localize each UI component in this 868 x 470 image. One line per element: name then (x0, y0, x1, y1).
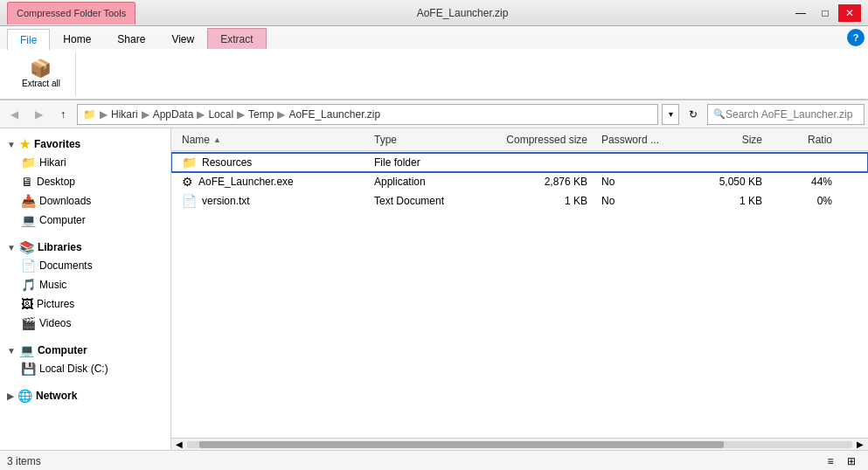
resources-type-cell: File folder (367, 156, 490, 169)
compressed-folder-tools-tab[interactable]: Compressed Folder Tools (7, 2, 135, 24)
libraries-expand-icon: ▼ (7, 243, 16, 252)
computer-expand-icon: ▼ (7, 346, 16, 356)
network-label: Network (36, 390, 77, 402)
address-path[interactable]: 📁 ▶ Hikari ▶ AppData ▶ Local ▶ Temp ▶ Ao… (77, 104, 658, 125)
column-headers: Name ▲ Type Compressed size Password ...… (171, 128, 868, 151)
col-header-name[interactable]: Name ▲ (175, 134, 367, 146)
sidebar-item-music[interactable]: 🎵 Music (0, 275, 170, 294)
tab-file[interactable]: File (7, 29, 50, 50)
col-name-label: Name (182, 134, 210, 146)
address-bar: ◀ ▶ ↑ 📁 ▶ Hikari ▶ AppData ▶ Local ▶ Tem… (0, 100, 868, 128)
back-button[interactable]: ◀ (3, 104, 24, 125)
search-input[interactable] (726, 108, 858, 121)
computer-fav-icon: 💻 (21, 213, 36, 227)
tab-home[interactable]: Home (50, 28, 104, 49)
col-header-compressed[interactable]: Compressed size (490, 134, 594, 146)
aofe-password-cell: No (594, 176, 691, 188)
file-row-version[interactable]: 📄 version.txt Text Document 1 KB No 1 KB… (171, 191, 868, 211)
address-dropdown[interactable]: ▾ (662, 104, 679, 125)
sidebar: ▼ ★ Favorites 📁 Hikari 🖥 Desktop 📥 Downl… (0, 128, 171, 450)
path-temp[interactable]: Temp (248, 108, 274, 121)
status-bar: 3 items ≡ ⊞ (0, 450, 868, 470)
sidebar-item-localdisk[interactable]: 💾 Local Disk (C:) (0, 359, 170, 378)
path-local[interactable]: Local (208, 108, 233, 121)
close-button[interactable]: ✕ (838, 4, 861, 22)
version-type-cell: Text Document (367, 195, 490, 207)
search-box[interactable]: 🔍 (707, 104, 865, 125)
scroll-left-button[interactable]: ◀ (173, 439, 185, 450)
version-txt-icon: 📄 (182, 194, 197, 208)
network-expand-icon: ▶ (7, 391, 14, 401)
title-controls: — □ ✕ (789, 4, 861, 22)
view-details-button[interactable]: ≡ (821, 453, 840, 470)
computer-section-label: Computer (38, 344, 87, 356)
view-large-icon: ⊞ (847, 455, 856, 467)
col-header-ratio[interactable]: Ratio (769, 134, 839, 146)
sort-name-icon: ▲ (213, 135, 221, 144)
horizontal-scrollbar[interactable]: ◀ ▶ (171, 438, 868, 450)
version-size-cell: 1 KB (691, 195, 769, 207)
sidebar-section-computer[interactable]: ▼ 💻 Computer (0, 338, 170, 359)
scroll-right-button[interactable]: ▶ (854, 439, 866, 450)
pictures-icon: 🖼 (21, 297, 33, 311)
scroll-thumb[interactable] (199, 441, 724, 448)
sidebar-item-videos[interactable]: 🎬 Videos (0, 314, 170, 333)
sidebar-item-downloads[interactable]: 📥 Downloads (0, 191, 170, 211)
aofe-size-cell: 5,050 KB (691, 176, 769, 188)
file-list: 📁 Resources File folder ⚙ AoFE_Launcher.… (171, 151, 868, 438)
resources-folder-icon: 📁 (182, 156, 197, 169)
up-button[interactable]: ↑ (52, 104, 73, 125)
file-row-aofe[interactable]: ⚙ AoFE_Launcher.exe Application 2,876 KB… (171, 172, 868, 191)
aofe-type-cell: Application (367, 176, 490, 188)
ribbon-tabs-row: File Home Share View Extract ? (0, 26, 868, 49)
view-large-icons-button[interactable]: ⊞ (842, 453, 861, 470)
up-icon: ↑ (60, 108, 66, 121)
aofe-name-cell: ⚙ AoFE_Launcher.exe (175, 175, 367, 189)
col-compressed-label: Compressed size (506, 134, 587, 146)
ribbon-tabs: File Home Share View Extract (0, 26, 277, 49)
sidebar-item-computer[interactable]: 💻 Computer (0, 211, 170, 230)
videos-icon: 🎬 (21, 316, 36, 330)
scroll-track[interactable] (187, 441, 852, 448)
favorites-expand-icon: ▼ (7, 140, 16, 149)
sidebar-section-libraries[interactable]: ▼ 📚 Libraries (0, 235, 170, 256)
refresh-button[interactable]: ↻ (683, 104, 704, 125)
sidebar-item-desktop[interactable]: 🖥 Desktop (0, 172, 170, 191)
path-hikari[interactable]: Hikari (111, 108, 138, 121)
col-header-size[interactable]: Size (691, 134, 769, 146)
sidebar-item-documents[interactable]: 📄 Documents (0, 256, 170, 275)
localdisk-icon: 💾 (21, 362, 36, 376)
title-bar-left: Compressed Folder Tools (7, 2, 135, 24)
videos-label: Videos (39, 317, 71, 329)
sidebar-item-hikari[interactable]: 📁 Hikari (0, 153, 170, 172)
downloads-icon: 📥 (21, 194, 36, 208)
computer-fav-label: Computer (39, 214, 86, 226)
network-icon: 🌐 (17, 389, 32, 403)
maximize-button[interactable]: □ (814, 4, 837, 22)
extract-all-icon: 📦 (30, 59, 52, 77)
view-details-icon: ≡ (827, 455, 833, 467)
help-button[interactable]: ? (847, 29, 865, 46)
sidebar-section-favorites[interactable]: ▼ ★ Favorites (0, 132, 170, 153)
forward-button[interactable]: ▶ (28, 104, 49, 125)
tab-extract[interactable]: Extract (207, 28, 266, 49)
col-size-label: Size (742, 134, 762, 146)
col-header-password[interactable]: Password ... (594, 134, 691, 146)
search-icon: 🔍 (713, 108, 726, 120)
file-row-resources[interactable]: 📁 Resources File folder (171, 153, 868, 172)
sidebar-section-network[interactable]: ▶ 🌐 Network (0, 384, 170, 404)
extract-all-button[interactable]: 📦 Extract all (14, 55, 68, 93)
extract-group: 📦 Extract all (7, 52, 76, 96)
status-item-count: 3 items (7, 455, 41, 467)
ribbon-help-area: ? (847, 29, 868, 46)
aofe-name: AoFE_Launcher.exe (198, 176, 294, 188)
col-header-type[interactable]: Type (367, 134, 490, 146)
tab-view[interactable]: View (158, 28, 207, 49)
minimize-button[interactable]: — (789, 4, 812, 22)
path-appdata[interactable]: AppData (153, 108, 194, 121)
aofe-ratio-cell: 44% (769, 176, 839, 188)
libraries-label: Libraries (38, 241, 82, 253)
tab-share[interactable]: Share (104, 28, 158, 49)
back-icon: ◀ (10, 108, 18, 121)
sidebar-item-pictures[interactable]: 🖼 Pictures (0, 294, 170, 314)
